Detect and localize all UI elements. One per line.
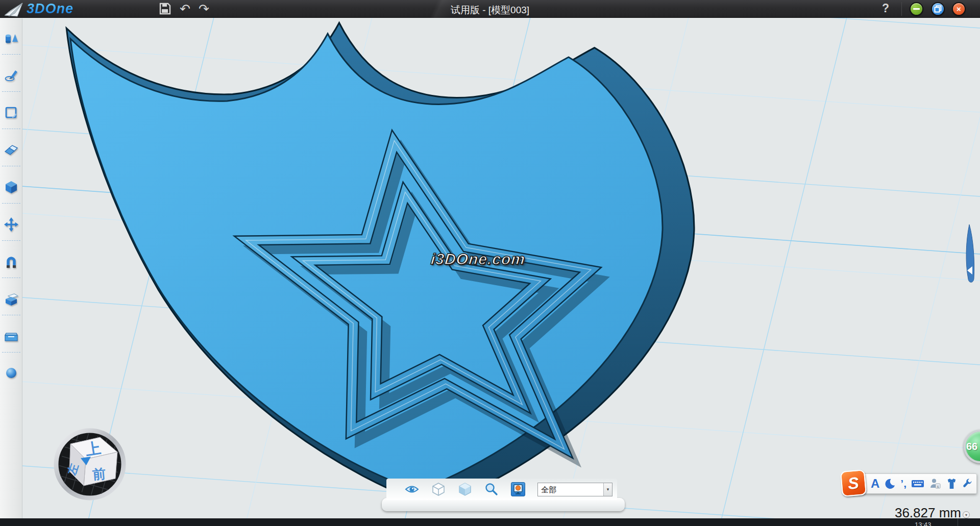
star-inner-ring[interactable] xyxy=(274,171,580,417)
taskbar-clock[interactable]: 13:43 xyxy=(915,520,932,526)
ime-skin-tshirt-icon[interactable] xyxy=(946,478,958,490)
svg-text:s: s xyxy=(937,484,939,489)
sketch-plane-icon xyxy=(4,105,19,120)
move-arrows-icon xyxy=(4,217,19,232)
ime-wrench-icon[interactable] xyxy=(962,479,973,489)
navigation-cube[interactable]: 上 前 左 xyxy=(49,423,131,505)
sidebar-divider xyxy=(2,129,20,129)
window-title: 试用版 - [模型003] xyxy=(0,4,980,17)
zoom-magnifier-icon[interactable] xyxy=(484,482,499,496)
dimension-chevron-icon: ▾ xyxy=(963,511,970,518)
titlebar: 3DOne ↶ ↷ 试用版 - [模型003] ? × xyxy=(0,0,980,18)
sogou-s-logo[interactable]: S xyxy=(840,469,867,497)
sidebar-divider xyxy=(2,54,20,55)
magnet-align-icon xyxy=(4,254,19,269)
sidebar-item-eraser[interactable] xyxy=(0,137,22,174)
drawer-tray-icon xyxy=(4,329,19,344)
sidebar-item-sketch[interactable] xyxy=(0,63,22,100)
render-display-icon xyxy=(512,483,524,495)
titlebar-separator xyxy=(901,2,902,16)
sidebar-divider xyxy=(2,203,20,204)
taskbar-strip: 13:43 xyxy=(0,518,980,526)
sidebar-item-primitives[interactable] xyxy=(0,26,22,63)
panel-expand-tab[interactable] xyxy=(959,218,980,291)
3done-window: i3DOne.com 3DOne ↶ ↷ 试用版 - [模型003] ? xyxy=(0,0,980,526)
taskbar-separator xyxy=(958,518,958,526)
display-toolbar: 全部 ▾ xyxy=(386,479,617,500)
ime-input-mode-icon[interactable]: s xyxy=(929,478,941,490)
ime-punctuation-button[interactable]: ’, xyxy=(900,478,906,490)
restore-button[interactable] xyxy=(931,2,945,16)
eraser-icon xyxy=(4,142,19,158)
material-sphere-icon xyxy=(4,366,19,381)
ime-moon-icon[interactable] xyxy=(884,478,896,490)
sidebar-divider xyxy=(2,91,20,92)
sidebar-divider xyxy=(2,278,20,278)
primitive-solids-icon xyxy=(4,31,19,46)
combine-solids-icon xyxy=(4,291,19,307)
sidebar-item-sketch-plane[interactable] xyxy=(0,100,22,137)
sidebar-divider xyxy=(2,315,20,315)
watermark: i3DOne.com xyxy=(430,251,526,268)
sogou-s-letter: S xyxy=(847,473,860,493)
help-button[interactable]: ? xyxy=(882,2,889,15)
star-shadow xyxy=(217,124,651,473)
minimize-icon xyxy=(913,8,920,10)
star-bevel-highlight xyxy=(222,126,630,455)
guard-ball[interactable]: 66 xyxy=(964,430,980,463)
shield-side-extrusion xyxy=(66,23,694,508)
sidebar-divider xyxy=(2,240,20,241)
display-filter-value: 全部 xyxy=(538,483,603,496)
restore-icon xyxy=(934,5,942,13)
sidebar-divider xyxy=(2,166,20,166)
shaded-cube-icon[interactable] xyxy=(458,482,472,496)
close-icon: × xyxy=(957,5,961,13)
wireframe-cube-icon[interactable] xyxy=(431,482,446,496)
feature-cube-icon xyxy=(4,180,19,195)
visibility-eye-icon[interactable] xyxy=(405,482,419,496)
ime-keyboard-icon[interactable] xyxy=(911,478,924,489)
sidebar-toolbar xyxy=(0,18,22,518)
ime-font-button[interactable]: A xyxy=(871,477,879,491)
sidebar-item-material[interactable] xyxy=(0,361,22,398)
dropdown-arrow-icon[interactable]: ▾ xyxy=(603,483,612,496)
navcube-front-label[interactable]: 前 xyxy=(91,466,107,482)
render-display-button[interactable] xyxy=(511,482,525,496)
close-button[interactable]: × xyxy=(952,2,966,16)
guard-ball-value: 66 xyxy=(966,441,977,453)
sidebar-divider xyxy=(2,352,20,353)
sidebar-item-combine[interactable] xyxy=(0,286,22,323)
sidebar-item-magnet[interactable] xyxy=(0,249,22,286)
display-filter-dropdown[interactable]: 全部 ▾ xyxy=(537,483,612,496)
star-outer-ring[interactable] xyxy=(208,114,643,464)
sidebar-item-feature[interactable] xyxy=(0,174,22,212)
star-bevel-highlight-2 xyxy=(286,182,568,409)
sidebar-item-move[interactable] xyxy=(0,212,22,249)
sidebar-item-drawer[interactable] xyxy=(0,323,22,361)
minimize-button[interactable] xyxy=(910,2,923,16)
navcube-top-label[interactable]: 上 xyxy=(84,439,102,458)
sketch-pencil-icon xyxy=(4,68,19,83)
shield-face[interactable] xyxy=(70,34,663,491)
ime-icons-row: A ’, s xyxy=(871,475,973,492)
